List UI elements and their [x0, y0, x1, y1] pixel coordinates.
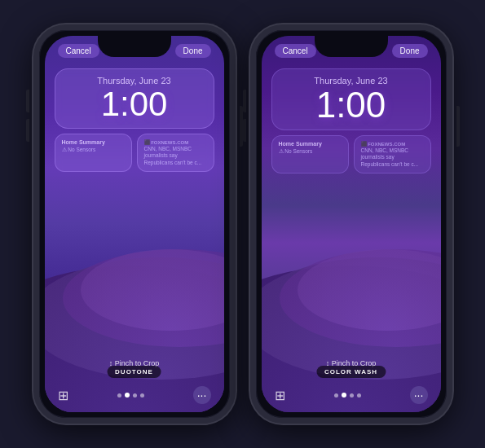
cancel-button-1[interactable]: Cancel [58, 44, 99, 58]
datetime-widget-1: Thursday, June 23 1:00 [55, 68, 214, 129]
home-summary-body-2: ⚠ No Sensors [279, 148, 342, 155]
photos-icon-1[interactable]: ⊞ [58, 388, 68, 403]
dot-1-3 [140, 393, 144, 397]
filter-badge-1: DUOTONE [107, 366, 161, 378]
more-button-2[interactable]: ··· [410, 386, 428, 404]
done-button-2[interactable]: Done [392, 44, 428, 58]
news-widget-1: ⬛ FOXNEWS.COM CNN, NBC, MSNBC journalist… [137, 134, 214, 172]
phone-screen-2: Cancel Done Thursday, June 23 1:00 Home … [262, 36, 441, 412]
datetime-widget-2: Thursday, June 23 1:00 [271, 68, 431, 130]
bottom-toolbar-2: ⊞ ··· [262, 386, 441, 404]
news-body-1: CNN, NBC, MSNBC journalists say Republic… [144, 146, 207, 166]
info-row-1: Home Summary ⚠ No Sensors ⬛ FOXNEWS.COM … [55, 134, 214, 172]
time-2: 1:00 [282, 87, 421, 123]
lock-content-1: Thursday, June 23 1:00 Home Summary ⚠ No… [45, 68, 224, 172]
volume-down-button-2 [243, 119, 246, 142]
photos-icon-2[interactable]: ⊞ [275, 388, 285, 403]
phone-screen-1: Cancel Done Thursday, June 23 1:00 Home … [45, 36, 224, 412]
lock-content-2: Thursday, June 23 1:00 Home Summary ⚠ No… [262, 68, 441, 173]
dots-1 [117, 393, 144, 397]
volume-up-button [26, 90, 29, 112]
dot-2-3 [357, 393, 361, 397]
done-button-1[interactable]: Done [175, 44, 211, 58]
phone-bezel-2: Cancel Done Thursday, June 23 1:00 Home … [250, 24, 452, 424]
news-source-2: ⬛ FOXNEWS.COM [361, 141, 424, 147]
dot-2-0 [334, 393, 338, 397]
news-source-1: ⬛ FOXNEWS.COM [144, 139, 207, 145]
home-summary-title-1: Home Summary [62, 139, 125, 145]
home-summary-title-2: Home Summary [279, 141, 342, 147]
news-widget-2: ⬛ FOXNEWS.COM CNN, NBC, MSNBC journalist… [354, 135, 431, 173]
more-button-1[interactable]: ··· [193, 386, 211, 404]
dot-1-2 [133, 393, 137, 397]
phone-duotone: Cancel Done Thursday, June 23 1:00 Home … [33, 24, 236, 424]
phone-bezel-1: Cancel Done Thursday, June 23 1:00 Home … [33, 24, 236, 424]
power-button [240, 106, 243, 147]
cancel-button-2[interactable]: Cancel [275, 44, 316, 58]
dot-2-2 [350, 393, 354, 397]
dots-2 [334, 393, 361, 397]
home-summary-widget-2: Home Summary ⚠ No Sensors [271, 135, 349, 173]
power-button-2 [456, 106, 460, 147]
news-body-2: CNN, NBC, MSNBC journalists say Republic… [361, 147, 424, 168]
notch-2 [315, 36, 388, 57]
time-1: 1:00 [65, 87, 204, 121]
phone-colorwash: Cancel Done Thursday, June 23 1:00 Home … [250, 24, 452, 424]
dot-1-1 [125, 393, 130, 397]
dot-2-1 [342, 393, 346, 397]
notch-1 [98, 36, 171, 57]
volume-up-button-2 [243, 90, 246, 112]
dot-1-0 [117, 393, 121, 397]
home-summary-body-1: ⚠ No Sensors [62, 147, 125, 153]
bottom-toolbar-1: ⊞ ··· [45, 386, 224, 404]
info-row-2: Home Summary ⚠ No Sensors ⬛ FOXNEWS.COM … [271, 135, 431, 173]
volume-down-button [26, 119, 29, 142]
filter-badge-2: COLOR WASH [316, 366, 386, 378]
home-summary-widget-1: Home Summary ⚠ No Sensors [55, 134, 132, 172]
